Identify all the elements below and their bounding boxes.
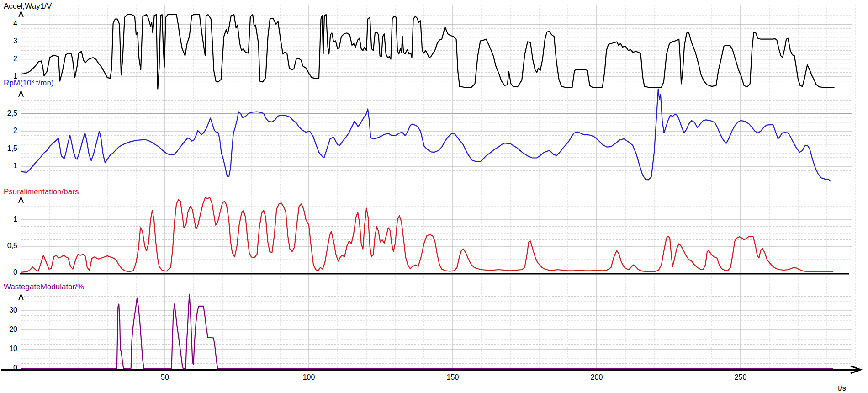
trace-1 [21,89,831,181]
data-logger-plot-window: Accel,Way1/V RpM(10³ t/mn) Psuralimentat… [0,0,868,393]
x-tick-label: 100 [295,373,323,382]
trace-3 [21,294,833,368]
x-tick-label: 50 [151,373,179,382]
chart-title-wastegate: WastegateModulator/% [4,282,84,292]
chart-title-boost: Psuralimentation/bars [4,187,79,196]
chart-title-accel: Accel,Way1/V [4,2,52,11]
y-tick-label: 1 [0,215,17,223]
y-tick-label: 0,5 [0,242,17,250]
y-tick-label: 4 [0,20,17,28]
y-tick-label: 1 [0,72,17,80]
y-tick-label: 1 [0,162,17,170]
x-tick-label: 150 [439,373,466,382]
plot-canvas [0,0,868,393]
y-tick-label: 0 [0,364,17,372]
y-tick-label: 0 [0,268,17,276]
y-tick-label: 2,5 [0,109,17,117]
y-tick-label: 2 [0,55,17,63]
y-tick-label: 30 [0,306,17,314]
x-axis-unit-label: t/s [838,384,846,393]
y-tick-label: 3 [0,37,17,45]
x-tick-label: 200 [583,373,610,382]
y-tick-label: 1,5 [0,144,17,153]
y-tick-label: 20 [0,325,17,334]
y-tick-label: 2 [0,127,17,135]
trace-0 [21,15,834,89]
trace-2 [21,197,832,272]
x-tick-label: 250 [727,373,754,382]
y-tick-label: 10 [0,345,17,353]
